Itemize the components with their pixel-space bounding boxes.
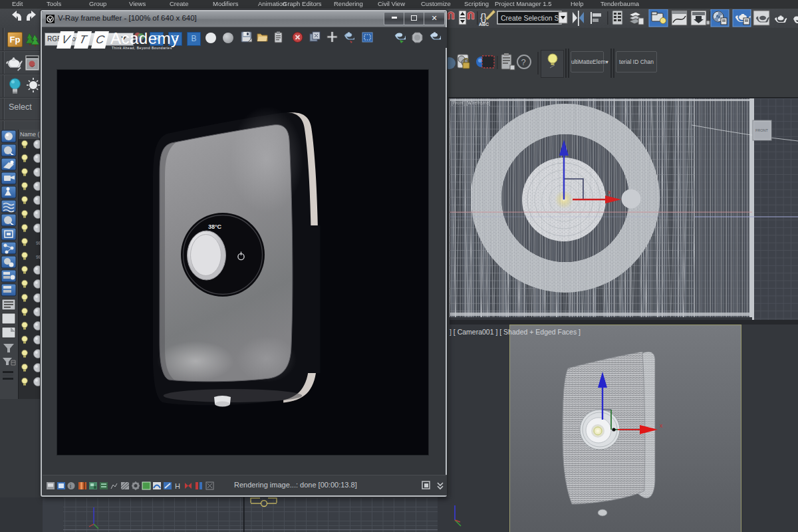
svg-text:{}: {}: [480, 11, 487, 23]
svg-text:[Front] [Wireframe]: [Front] [Wireframe]: [452, 100, 490, 106]
svg-text:x: x: [608, 189, 611, 196]
svg-text:ABC: ABC: [479, 22, 489, 27]
svg-text:H: H: [175, 482, 180, 490]
svg-text:i: i: [70, 483, 71, 489]
svg-text:] [ Camera001 ] [ Shaded + Edg: ] [ Camera001 ] [ Shaded + Edged Faces ]: [450, 328, 581, 336]
svg-text:FRONT: FRONT: [755, 128, 769, 132]
svg-text:x: x: [660, 422, 663, 429]
svg-text:Create Selection Se: Create Selection Se: [501, 14, 563, 22]
svg-text:?: ?: [521, 57, 526, 67]
svg-text:38°C: 38°C: [208, 223, 222, 230]
